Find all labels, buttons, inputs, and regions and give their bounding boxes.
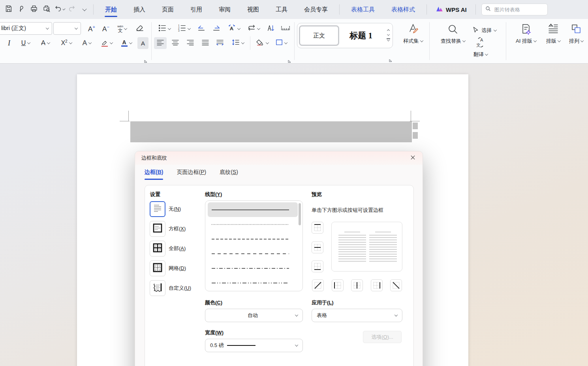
increase-indent-button[interactable] (210, 23, 223, 35)
line-style-option-dotted[interactable] (208, 217, 298, 232)
wps-ai-button[interactable]: WPS AI (430, 5, 472, 14)
redo-button[interactable] (66, 4, 77, 15)
tab-home[interactable]: 开始 (97, 0, 125, 19)
border-preview-box[interactable] (331, 222, 402, 272)
pinyin-guide-button[interactable]: wén文 (114, 23, 130, 35)
ribbon-search[interactable] (481, 4, 548, 15)
tab-insert[interactable]: 插入 (125, 0, 154, 19)
color-dropdown[interactable]: 自动 (205, 309, 303, 322)
line-style-scrollbar[interactable] (299, 203, 301, 225)
clear-format-button[interactable] (133, 23, 146, 35)
line-style-option-dash-dot-dot[interactable] (208, 275, 298, 290)
setting-custom-button[interactable] (150, 280, 165, 296)
customize-toolbar-button[interactable] (79, 4, 90, 15)
font-name-combo[interactable]: libri (正文) (0, 22, 52, 35)
increase-font-button[interactable]: A+ (85, 23, 98, 35)
text-direction-button[interactable]: A (225, 23, 242, 35)
dialog-tab-page-border[interactable]: 页面边框(P) (177, 169, 206, 180)
tab-tools[interactable]: 工具 (267, 0, 296, 19)
translate-button[interactable]: A文 翻译 (468, 36, 494, 58)
inner-vertical-border-button[interactable] (351, 279, 363, 291)
dialog-close-button[interactable] (408, 154, 417, 162)
dialog-tab-shading[interactable]: 底纹(S) (220, 169, 238, 180)
apply-to-dropdown[interactable]: 表格 (312, 309, 402, 322)
bullets-button[interactable] (156, 23, 173, 35)
setting-all-button[interactable] (150, 241, 165, 257)
line-style-option-dashed-medium[interactable] (208, 246, 298, 261)
font-size-combo[interactable] (53, 22, 81, 35)
style-card-heading1[interactable]: 标题 1 (339, 25, 383, 46)
tab-table-style[interactable]: 表格样式 (383, 0, 423, 19)
tab-review[interactable]: 审阅 (210, 0, 239, 19)
find-replace-button[interactable]: 查找替换 (434, 24, 472, 45)
setting-box-button[interactable] (150, 221, 165, 237)
align-right-button[interactable] (184, 37, 197, 49)
font-color-button[interactable]: A (118, 37, 135, 49)
tab-page[interactable]: 页面 (154, 0, 182, 19)
align-left-button[interactable] (154, 37, 167, 49)
style-card-normal[interactable]: 正文 (299, 25, 339, 46)
numbering-button[interactable]: 123 (175, 23, 193, 35)
print-button[interactable] (28, 4, 39, 15)
tab-view[interactable]: 视图 (239, 0, 267, 19)
top-border-button[interactable] (312, 222, 323, 234)
styles-group-launcher[interactable] (389, 57, 393, 62)
shading-button[interactable] (254, 37, 271, 49)
wps-ai-label: WPS AI (446, 6, 467, 13)
italic-button[interactable]: I (3, 37, 15, 49)
style-gallery-expand-icon[interactable] (387, 38, 390, 41)
underline-button[interactable]: U (17, 37, 34, 49)
width-label: 宽度(W) (205, 329, 224, 336)
line-style-option-dash-dot[interactable] (208, 261, 298, 275)
selected-table[interactable] (130, 121, 412, 142)
style-scroll-down-icon[interactable] (387, 33, 390, 36)
style-set-button[interactable]: 样式集 (400, 23, 426, 45)
wrap-button[interactable] (245, 23, 262, 35)
export-button[interactable] (16, 4, 27, 15)
text-effects-button[interactable]: A (78, 37, 96, 49)
bottom-border-button[interactable] (312, 260, 323, 272)
strikethrough-button[interactable]: A (37, 37, 54, 49)
char-shading-button[interactable]: A (137, 37, 148, 49)
superscript-button[interactable]: X2 (57, 37, 76, 49)
tab-stops-button[interactable] (279, 23, 292, 35)
setting-none-button[interactable] (150, 201, 165, 217)
undo-button[interactable] (54, 4, 65, 15)
justify-button[interactable] (199, 37, 212, 49)
arrange-button[interactable]: 排列 (565, 23, 587, 45)
preview-paragraph-line (375, 232, 391, 232)
width-dropdown[interactable]: 0.5 磅 (205, 339, 303, 352)
line-style-option-dashed-small[interactable] (208, 232, 298, 246)
decrease-font-button[interactable]: A− (100, 23, 112, 35)
print-preview-button[interactable] (41, 4, 52, 15)
search-input[interactable] (494, 6, 537, 13)
save-button[interactable] (3, 4, 14, 15)
tab-member[interactable]: 会员专享 (296, 0, 336, 19)
align-center-button[interactable] (169, 37, 182, 49)
ai-layout-button[interactable]: AI 排版 (511, 23, 541, 45)
diagonal-down-border-button[interactable] (390, 279, 402, 291)
search-icon (485, 6, 491, 13)
font-group-launcher[interactable] (144, 58, 148, 62)
setting-grid-button[interactable] (150, 260, 165, 276)
diagonal-up-border-button[interactable] (312, 279, 324, 291)
highlight-button[interactable] (98, 37, 115, 49)
distribute-button[interactable] (213, 37, 227, 49)
select-button[interactable]: 选择 (472, 25, 502, 36)
dialog-tab-borders[interactable]: 边框(B) (145, 169, 163, 180)
layout-button[interactable]: 排版 (542, 23, 565, 45)
style-scroll-up-icon[interactable] (387, 29, 390, 32)
border-button[interactable] (272, 37, 290, 49)
options-button[interactable]: 选项(O)... (363, 331, 402, 343)
sort-button[interactable] (265, 23, 277, 35)
right-border-button[interactable] (371, 279, 383, 291)
left-border-button[interactable] (332, 279, 344, 291)
tab-table-tools[interactable]: 表格工具 (343, 0, 383, 19)
paragraph-group-launcher[interactable] (287, 58, 292, 62)
inner-horizontal-border-button[interactable] (312, 241, 323, 253)
line-spacing-button[interactable] (229, 37, 246, 49)
underline-dropdown-icon (27, 41, 30, 44)
line-style-option-solid[interactable] (208, 202, 298, 217)
tab-reference[interactable]: 引用 (182, 0, 210, 19)
decrease-indent-button[interactable] (195, 23, 208, 35)
